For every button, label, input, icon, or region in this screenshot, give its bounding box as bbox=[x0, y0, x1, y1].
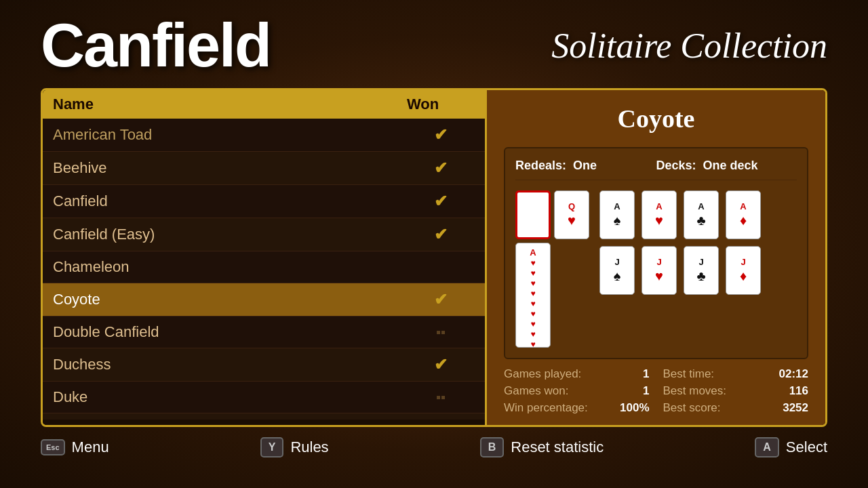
stat-games-won: Games won: 1 bbox=[504, 384, 650, 398]
stat-best-time: Best time: 02:12 bbox=[663, 367, 809, 381]
select-label: Select bbox=[786, 439, 827, 456]
stat-label: Best time: bbox=[663, 367, 715, 381]
card-ace-clubs: A ♣ bbox=[684, 190, 719, 239]
checkmark-dim-icon: ▪▪ bbox=[436, 325, 446, 340]
list-header: Name Won bbox=[43, 90, 485, 119]
won-col: ✔ bbox=[407, 192, 475, 211]
cards-display: Q ♥ A ♥ ♥ ♥ ♥ ♥ bbox=[515, 190, 797, 348]
won-col: ✔ bbox=[407, 355, 475, 374]
cards-right: A ♠ A ♥ A bbox=[599, 190, 761, 348]
stat-value: 100% bbox=[620, 401, 649, 415]
stat-games-played: Games played: 1 bbox=[504, 367, 650, 381]
name-col-header: Name bbox=[53, 96, 407, 113]
list-item[interactable]: Canfield (Easy) ✔ bbox=[43, 218, 485, 251]
decks-info: Decks: One deck bbox=[656, 159, 797, 173]
card-queen-red: Q ♥ bbox=[554, 190, 589, 239]
list-item[interactable]: Duchess ✔ bbox=[43, 348, 485, 382]
foundation-row: A ♠ A ♥ A bbox=[599, 190, 761, 239]
cards-left: Q ♥ A ♥ ♥ ♥ ♥ ♥ bbox=[515, 190, 589, 348]
select-key: A bbox=[755, 437, 779, 458]
checkmark-icon: ✔ bbox=[434, 159, 448, 178]
game-name: Canfield bbox=[53, 192, 407, 210]
detail-title: Coyote bbox=[504, 104, 808, 134]
game-name: Coyote bbox=[53, 291, 407, 308]
redeals-value: One bbox=[573, 159, 597, 172]
stat-value: 1 bbox=[643, 367, 649, 381]
stat-win-pct: Win percentage: 100% bbox=[504, 401, 650, 415]
won-col: ✔ bbox=[407, 159, 475, 178]
toolbar: Esc Menu Y Rules B Reset statistic A Sel… bbox=[0, 427, 868, 468]
list-item-selected[interactable]: Coyote ✔ bbox=[43, 283, 485, 317]
decks-label: Decks: bbox=[656, 159, 696, 172]
tableau-row: J ♠ J ♥ J bbox=[599, 246, 761, 295]
won-col-header: Won bbox=[407, 96, 475, 113]
rules-label: Rules bbox=[290, 439, 328, 456]
stat-best-score: Best score: 3252 bbox=[663, 401, 809, 415]
card-pair-top: Q ♥ bbox=[515, 190, 589, 239]
stat-best-moves: Best moves: 116 bbox=[663, 384, 809, 398]
won-col: ✔ bbox=[407, 290, 475, 309]
game-title: Canfield bbox=[41, 11, 271, 81]
list-item[interactable]: Chameleon bbox=[43, 251, 485, 283]
stat-label: Best moves: bbox=[663, 384, 727, 398]
stat-label: Best score: bbox=[663, 401, 721, 415]
list-item[interactable]: Eagle Wing bbox=[43, 413, 485, 420]
card-ace-hearts: A ♥ bbox=[642, 190, 677, 239]
redeals-info: Redeals: One bbox=[515, 159, 656, 173]
stat-value: 116 bbox=[789, 384, 808, 398]
redeals-label: Redeals: bbox=[515, 159, 566, 172]
card-jack-clubs: J ♣ bbox=[684, 246, 719, 295]
collection-title: Solitaire Collection bbox=[551, 26, 827, 65]
checkmark-dim-icon: ▪▪ bbox=[436, 390, 446, 405]
header: Canfield Solitaire Collection bbox=[0, 0, 868, 88]
card-ace-diamonds: A ♦ bbox=[726, 190, 761, 239]
game-detail-panel: Coyote Redeals: One Decks: One deck bbox=[487, 90, 825, 425]
select-button[interactable]: A Select bbox=[755, 437, 827, 458]
checkmark-icon: ✔ bbox=[434, 355, 448, 374]
game-name: Duchess bbox=[53, 356, 407, 373]
won-col: ▪▪ bbox=[407, 390, 475, 405]
card-ace-spades: A ♠ bbox=[599, 190, 635, 239]
main-content: Name Won American Toad ✔ Beehive ✔ Canfi… bbox=[41, 88, 827, 427]
list-item[interactable]: Beehive ✔ bbox=[43, 152, 485, 185]
list-item[interactable]: Double Canfield ▪▪ bbox=[43, 317, 485, 348]
stat-value: 1 bbox=[643, 384, 649, 398]
rules-button[interactable]: Y Rules bbox=[260, 437, 329, 458]
stats-row: Games played: 1 Best time: 02:12 Games w… bbox=[504, 367, 808, 415]
stat-label: Games won: bbox=[504, 384, 568, 398]
game-list-panel: Name Won American Toad ✔ Beehive ✔ Canfi… bbox=[43, 90, 487, 425]
card-jack-hearts: J ♥ bbox=[642, 246, 677, 295]
decks-value: One deck bbox=[703, 159, 758, 172]
card-tall-pile: A ♥ ♥ ♥ ♥ ♥ ♥ ♥ ♥ ♥ K bbox=[515, 243, 551, 348]
stat-value: 3252 bbox=[783, 401, 808, 415]
game-name: Duke bbox=[53, 388, 407, 406]
checkmark-icon: ✔ bbox=[434, 225, 448, 244]
list-item[interactable]: Canfield ✔ bbox=[43, 185, 485, 218]
card-preview-area: Redeals: One Decks: One deck bbox=[504, 147, 808, 359]
checkmark-icon: ✔ bbox=[434, 125, 448, 144]
card-jack-spades: J ♠ bbox=[599, 246, 635, 295]
won-col: ▪▪ bbox=[407, 325, 475, 340]
game-list: American Toad ✔ Beehive ✔ Canfield ✔ Can… bbox=[43, 119, 485, 420]
card-king-red bbox=[515, 190, 551, 239]
game-name: Canfield (Easy) bbox=[53, 226, 407, 243]
stat-value: 02:12 bbox=[779, 367, 808, 381]
won-col: ✔ bbox=[407, 125, 475, 144]
reset-button[interactable]: B Reset statistic bbox=[480, 437, 604, 458]
card-jack-diamonds: J ♦ bbox=[726, 246, 761, 295]
rules-key: Y bbox=[260, 437, 284, 458]
menu-button[interactable]: Esc Menu bbox=[41, 439, 109, 456]
list-item[interactable]: American Toad ✔ bbox=[43, 119, 485, 152]
won-col: ✔ bbox=[407, 225, 475, 244]
list-item[interactable]: Duke ▪▪ bbox=[43, 382, 485, 413]
reset-label: Reset statistic bbox=[511, 439, 604, 456]
menu-key: Esc bbox=[41, 439, 65, 455]
checkmark-icon: ✔ bbox=[434, 192, 448, 211]
game-name: Double Canfield bbox=[53, 323, 407, 341]
game-name: Chameleon bbox=[53, 258, 407, 276]
reset-key: B bbox=[480, 437, 505, 458]
game-name: Beehive bbox=[53, 159, 407, 177]
card-info-row: Redeals: One Decks: One deck bbox=[515, 159, 797, 180]
stat-label: Games played: bbox=[504, 367, 581, 381]
menu-label: Menu bbox=[72, 439, 109, 456]
